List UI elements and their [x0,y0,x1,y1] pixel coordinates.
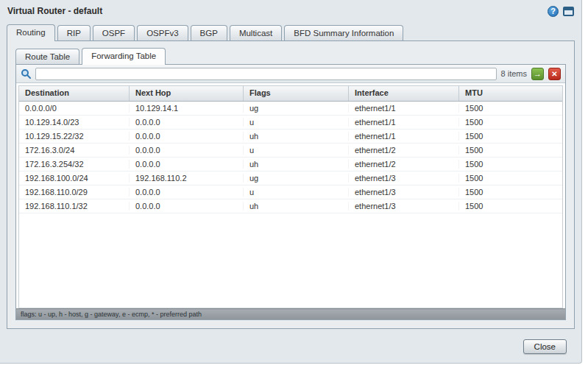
cell-mtu: 1500 [459,132,562,141]
cell-next-hop: 10.129.14.1 [130,104,244,113]
cell-next-hop: 0.0.0.0 [130,146,244,155]
table-row[interactable]: 10.129.14.0/23 0.0.0.0 u ethernet1/1 150… [19,116,562,130]
cell-interface: ethernet1/2 [349,146,459,155]
table-row[interactable]: 172.16.3.254/32 0.0.0.0 uh ethernet1/2 1… [19,158,562,171]
tab-multicast[interactable]: Multicast [230,25,282,40]
subtab-forwarding-table[interactable]: Forwarding Table [82,48,166,65]
clear-filter-button[interactable]: ✕ [548,68,561,80]
dialog-title: Virtual Router - default [7,6,102,16]
cell-interface: ethernet1/2 [349,160,459,169]
cell-next-hop: 0.0.0.0 [130,188,244,197]
filter-input[interactable] [35,68,497,80]
cell-destination: 172.16.3.254/32 [19,160,130,169]
subtab-route-table[interactable]: Route Table [15,49,79,64]
cell-flags: uh [244,132,349,141]
table-body: 0.0.0.0/0 10.129.14.1 ug ethernet1/1 150… [19,102,562,308]
cell-destination: 10.129.15.22/32 [19,132,130,141]
cell-flags: u [244,146,349,155]
cell-flags: ug [244,174,349,183]
forwarding-table-panel: 8 items → ✕ Destination Next Hop Flags I… [15,64,566,320]
table-area: Destination Next Hop Flags Interface MTU… [16,83,565,308]
help-icon[interactable]: ? [548,6,559,17]
column-header-interface[interactable]: Interface [349,86,459,101]
cell-flags: uh [244,202,349,210]
filter-toolbar: 8 items → ✕ [16,65,565,83]
search-icon [21,68,31,79]
cell-interface: ethernet1/3 [349,174,459,183]
sub-tabbar: Route Table Forwarding Table [7,41,574,64]
apply-filter-button[interactable]: → [531,68,544,80]
cell-interface: ethernet1/1 [349,118,459,127]
cell-destination: 172.16.3.0/24 [19,146,130,155]
column-header-mtu[interactable]: MTU [459,86,562,101]
tab-rip[interactable]: RIP [57,25,91,40]
cell-mtu: 1500 [459,188,562,197]
forwarding-table: Destination Next Hop Flags Interface MTU… [18,85,563,308]
cell-flags: u [244,188,349,197]
table-row[interactable]: 192.168.110.1/32 0.0.0.0 uh ethernet1/3 … [19,199,562,213]
column-header-flags[interactable]: Flags [244,86,349,101]
cell-destination: 192.168.100.0/24 [19,174,130,183]
titlebar-icons: ? [548,6,574,17]
tab-ospf[interactable]: OSPF [93,25,135,40]
main-tabbar: Routing RIP OSPF OSPFv3 BGP Multicast BF… [0,22,581,40]
cell-next-hop: 0.0.0.0 [130,118,244,127]
column-header-destination[interactable]: Destination [19,86,130,101]
dialog-titlebar: Virtual Router - default ? [0,0,581,22]
cell-mtu: 1500 [459,174,562,183]
cell-mtu: 1500 [459,160,562,169]
cell-flags: uh [244,160,349,169]
table-header-row: Destination Next Hop Flags Interface MTU [19,86,562,102]
items-count: 8 items [501,69,527,78]
cell-destination: 192.168.110.0/29 [19,188,130,197]
tab-bgp[interactable]: BGP [191,25,227,40]
cell-next-hop: 0.0.0.0 [130,132,244,141]
popout-window-icon[interactable] [563,7,574,16]
cell-flags: u [244,118,349,127]
cell-next-hop: 192.168.110.2 [130,174,244,183]
cell-mtu: 1500 [459,118,562,127]
cell-mtu: 1500 [459,146,562,155]
table-row[interactable]: 192.168.100.0/24 192.168.110.2 ug ethern… [19,171,562,185]
routing-panel: Route Table Forwarding Table 8 items → ✕ [7,40,575,329]
cell-next-hop: 0.0.0.0 [130,202,244,210]
table-row[interactable]: 0.0.0.0/0 10.129.14.1 ug ethernet1/1 150… [19,102,562,116]
flags-legend: flags: u - up, h - host, g - gateway, e … [16,308,565,319]
cell-interface: ethernet1/1 [349,104,459,113]
close-button[interactable]: Close [523,339,567,354]
cell-interface: ethernet1/3 [349,202,459,210]
tab-routing[interactable]: Routing [7,24,55,41]
tab-bfd-summary[interactable]: BFD Summary Information [284,25,403,40]
cell-destination: 0.0.0.0/0 [19,104,130,113]
table-row[interactable]: 10.129.15.22/32 0.0.0.0 uh ethernet1/1 1… [19,130,562,144]
cell-interface: ethernet1/1 [349,132,459,141]
cell-destination: 10.129.14.0/23 [19,118,130,127]
virtual-router-dialog: Virtual Router - default ? Routing RIP O… [0,0,582,364]
tab-ospfv3[interactable]: OSPFv3 [137,25,188,40]
cell-destination: 192.168.110.1/32 [19,202,130,210]
column-header-next-hop[interactable]: Next Hop [130,86,244,101]
cell-mtu: 1500 [459,202,562,210]
dialog-footer: Close [0,329,581,364]
cell-next-hop: 0.0.0.0 [130,160,244,169]
cell-interface: ethernet1/3 [349,188,459,197]
table-row[interactable]: 172.16.3.0/24 0.0.0.0 u ethernet1/2 1500 [19,144,562,158]
table-row[interactable]: 192.168.110.0/29 0.0.0.0 u ethernet1/3 1… [19,185,562,199]
cell-flags: ug [244,104,349,113]
cell-mtu: 1500 [459,104,562,113]
